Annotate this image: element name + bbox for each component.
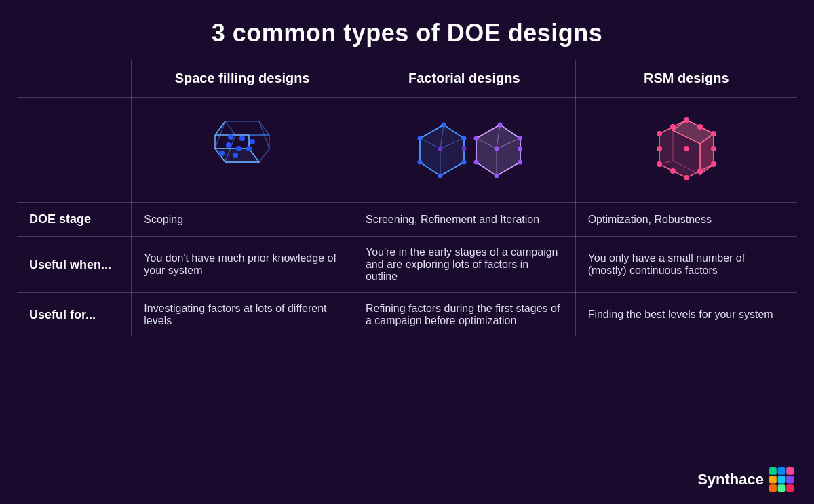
space-filling-icon-cell bbox=[132, 98, 353, 203]
svg-marker-25 bbox=[420, 125, 464, 176]
empty-header bbox=[17, 60, 132, 98]
svg-marker-0 bbox=[225, 121, 269, 135]
svg-point-18 bbox=[239, 136, 245, 141]
useful-for-rsm: Finding the best levels for your system bbox=[575, 293, 797, 337]
svg-line-16 bbox=[215, 121, 225, 135]
svg-point-43 bbox=[462, 147, 467, 151]
synthace-logo-icon bbox=[769, 467, 794, 492]
svg-point-83 bbox=[684, 146, 689, 151]
svg-point-75 bbox=[657, 161, 662, 167]
doe-stage-label: DOE stage bbox=[17, 203, 132, 237]
svg-line-6 bbox=[259, 149, 269, 162]
svg-rect-92 bbox=[786, 484, 794, 492]
svg-point-81 bbox=[697, 168, 703, 174]
svg-point-82 bbox=[670, 168, 676, 174]
svg-point-72 bbox=[711, 131, 716, 136]
comparison-table: Space filling designs Factorial designs … bbox=[17, 60, 797, 336]
svg-point-42 bbox=[438, 147, 443, 151]
svg-rect-91 bbox=[778, 484, 786, 492]
useful-when-rsm: You only have a small number of (mostly)… bbox=[575, 237, 797, 293]
svg-rect-86 bbox=[786, 467, 794, 475]
svg-point-17 bbox=[226, 142, 231, 148]
svg-rect-87 bbox=[769, 476, 777, 484]
svg-point-37 bbox=[418, 136, 423, 141]
doe-stage-rsm: Optimization, Robustness bbox=[575, 203, 797, 237]
col-header-factorial: Factorial designs bbox=[353, 60, 575, 98]
col-header-rsm: RSM designs bbox=[575, 60, 797, 98]
useful-when-space-filling: You don't have much prior knowledge of y… bbox=[132, 237, 353, 293]
svg-point-36 bbox=[442, 123, 446, 128]
doe-stage-space-filling: Scoping bbox=[132, 203, 353, 237]
useful-for-label: Useful for... bbox=[17, 293, 132, 337]
svg-point-24 bbox=[250, 139, 255, 144]
svg-point-40 bbox=[438, 174, 443, 178]
page-title: 3 common types of DOE designs bbox=[212, 0, 603, 60]
svg-point-73 bbox=[711, 161, 716, 167]
factorial-icon-cell bbox=[353, 98, 575, 203]
svg-point-60 bbox=[474, 160, 479, 165]
svg-rect-84 bbox=[769, 467, 777, 475]
col-header-space-filling: Space filling designs bbox=[132, 60, 353, 98]
svg-rect-85 bbox=[778, 467, 786, 475]
svg-point-20 bbox=[246, 146, 252, 151]
svg-point-22 bbox=[236, 146, 241, 151]
svg-rect-88 bbox=[778, 476, 786, 484]
svg-point-23 bbox=[228, 134, 233, 140]
svg-point-74 bbox=[684, 175, 689, 180]
svg-point-41 bbox=[418, 160, 423, 165]
svg-rect-89 bbox=[786, 476, 794, 484]
svg-point-77 bbox=[697, 124, 703, 130]
svg-point-39 bbox=[462, 160, 467, 165]
svg-point-19 bbox=[233, 153, 238, 158]
icon-row-label bbox=[17, 98, 132, 203]
doe-stage-factorial: Screening, Refinement and Iteration bbox=[353, 203, 575, 237]
useful-when-factorial: You're in the early stages of a campaign… bbox=[353, 237, 575, 293]
svg-point-55 bbox=[498, 123, 503, 128]
rsm-icon-cell bbox=[575, 98, 797, 203]
svg-rect-90 bbox=[769, 484, 777, 492]
svg-point-56 bbox=[474, 136, 479, 141]
svg-point-71 bbox=[684, 117, 689, 123]
svg-point-38 bbox=[462, 136, 467, 141]
svg-point-79 bbox=[711, 146, 716, 151]
useful-when-label: Useful when... bbox=[17, 237, 132, 293]
useful-for-factorial: Refining factors during the first stages… bbox=[353, 293, 575, 337]
brand-name: Synthace bbox=[697, 471, 764, 488]
svg-point-76 bbox=[657, 131, 662, 136]
useful-for-space-filling: Investigating factors at lots of differe… bbox=[132, 293, 353, 337]
svg-point-61 bbox=[495, 147, 499, 151]
brand-footer: Synthace bbox=[697, 467, 794, 492]
svg-marker-44 bbox=[476, 125, 520, 176]
svg-point-78 bbox=[670, 124, 676, 130]
svg-point-59 bbox=[495, 174, 499, 178]
svg-point-21 bbox=[219, 151, 225, 156]
svg-point-80 bbox=[657, 146, 662, 151]
